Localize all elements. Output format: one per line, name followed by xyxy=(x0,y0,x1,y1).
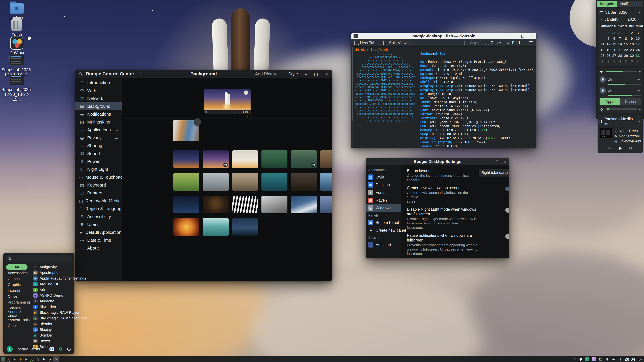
new-tab-button[interactable]: New Tab xyxy=(354,40,376,45)
app-list-item[interactable]: ♪ Audacity xyxy=(33,298,88,304)
app-category[interactable]: Accessories xyxy=(6,270,32,276)
settings-sidebar-item[interactable]: F Fonts xyxy=(366,189,401,196)
diamond-tray-icon[interactable] xyxy=(592,357,596,361)
previous-track-icon[interactable] xyxy=(608,146,612,150)
tab-devices[interactable]: Devices xyxy=(620,98,641,105)
app-category[interactable]: All xyxy=(6,264,28,270)
sidebar-item[interactable]: ◉ Notifications → xyxy=(75,110,122,118)
calendar-day[interactable]: 5 xyxy=(606,36,611,41)
calendar-day[interactable]: 7 xyxy=(617,36,623,41)
bluetooth-icon[interactable] xyxy=(618,358,622,361)
taskbar-app-button[interactable]: ▚ • • xyxy=(35,357,41,362)
calendar-day[interactable]: 11 xyxy=(600,42,606,47)
calendar-day[interactable]: 2 xyxy=(629,30,635,35)
calendar-day[interactable]: 15 xyxy=(623,42,629,47)
calendar-day[interactable]: 24 xyxy=(635,47,641,52)
calendar-day[interactable]: 6 xyxy=(611,36,617,41)
app-list-item[interactable]: ▣ Boxes xyxy=(33,338,88,344)
paste-button[interactable]: Paste xyxy=(485,40,501,45)
terminal-body[interactable]: 20:01 › fastfetch .',;::::;,'. .';:ccccc… xyxy=(351,46,536,148)
wallpaper-thumbnail[interactable] xyxy=(291,196,317,213)
calendar-day[interactable]: 31 xyxy=(617,30,623,35)
wallpaper-thumbnail[interactable] xyxy=(174,173,200,191)
app-list-item[interactable]: ◉ Blender xyxy=(33,321,88,327)
button-layout-dropdown[interactable]: Right (standard) ▾ xyxy=(479,169,509,176)
master-volume-slider[interactable] xyxy=(606,71,637,72)
pause-notifications-toggle[interactable] xyxy=(505,235,509,238)
calendar-day[interactable]: 12 xyxy=(606,42,611,47)
scrollbar[interactable] xyxy=(352,47,353,147)
logout-icon[interactable] xyxy=(638,357,642,361)
search-icon[interactable] xyxy=(79,72,83,76)
sidebar-item[interactable]: ◠ Wi-Fi → xyxy=(75,87,122,94)
wallpaper-thumbnail[interactable] xyxy=(203,218,229,236)
calendar-day[interactable]: 30 xyxy=(629,53,635,58)
wallpaper-thumbnail[interactable] xyxy=(320,173,332,191)
next-month-button[interactable]: › xyxy=(618,17,623,22)
calendar-day[interactable]: 4 xyxy=(600,36,606,41)
calendar-day[interactable]: 20 xyxy=(611,47,617,52)
wallpaper-thumbnail[interactable] xyxy=(174,196,200,213)
tab-apps[interactable]: Apps xyxy=(600,98,620,105)
sidebar-item[interactable]: ◫ Removable Media → xyxy=(75,197,122,205)
calendar-day[interactable]: 1 xyxy=(623,30,629,35)
speaker-icon[interactable] xyxy=(637,89,641,92)
calendar-day[interactable]: 29 xyxy=(623,53,629,58)
settings-sidebar-item[interactable]: ▦ Raven xyxy=(366,196,401,204)
taskbar-app-button[interactable]: ⚙ xyxy=(53,357,59,362)
taskbar-app-button[interactable]: ∿ • xyxy=(47,357,53,362)
calendar-day[interactable]: 10 xyxy=(635,36,641,41)
preview-more-dots[interactable]: • • • xyxy=(246,115,256,119)
clock[interactable]: 20:04 xyxy=(624,357,635,362)
tab-notifications[interactable]: Notifications xyxy=(617,1,643,7)
app-category[interactable]: Programming xyxy=(6,299,32,305)
close-button[interactable]: × xyxy=(531,34,534,38)
prev-year-button[interactable]: ‹ xyxy=(623,17,628,22)
wallpaper-thumbnail[interactable] xyxy=(232,173,258,191)
sidebar-item[interactable]: ⊚ Users → xyxy=(75,221,122,228)
desktop-icon-snapshot-2[interactable]: Snapshot_2025- 12-30_18-22-15... xyxy=(2,74,32,102)
app-list-item[interactable]: ◀ Bluejay xyxy=(33,327,88,333)
calendar-day[interactable]: 7 xyxy=(635,59,641,64)
wallpaper-thumbnail[interactable] xyxy=(291,173,317,191)
sidebar-item[interactable]: ▤ Keyboard → xyxy=(75,181,122,189)
app-list-item[interactable]: ▶ Bomber xyxy=(33,333,88,338)
app-category[interactable]: Internet xyxy=(6,288,32,294)
app-category[interactable]: Other xyxy=(6,323,32,329)
calendar-day[interactable]: 22 xyxy=(623,47,629,52)
close-button[interactable]: × xyxy=(504,160,507,163)
user-avatar[interactable] xyxy=(7,346,13,352)
wallpaper-thumbnail[interactable] xyxy=(291,150,317,168)
sidebar-item[interactable]: ♬ Sound → xyxy=(75,150,122,158)
gear-icon[interactable]: ⚙ xyxy=(58,347,62,352)
app-list-item[interactable]: ◆ Bitwarden xyxy=(33,304,88,310)
calendar-day[interactable]: 5 xyxy=(623,59,629,64)
calendar-day[interactable]: 4 xyxy=(617,59,623,64)
ethernet-icon[interactable] xyxy=(599,357,603,361)
speaker-icon[interactable] xyxy=(637,78,641,81)
app-category[interactable]: Office xyxy=(6,294,32,299)
calendar-day[interactable]: 19 xyxy=(606,47,611,52)
calendar-day[interactable]: 8 xyxy=(623,36,629,41)
app-list-item[interactable]: Λ Antigravity xyxy=(33,264,88,270)
app-search-input[interactable] xyxy=(6,255,72,263)
squiggle-tray-icon[interactable]: ∿ xyxy=(574,357,576,361)
calendar-day[interactable]: 3 xyxy=(635,30,641,35)
sidebar-item[interactable]: ⓘ About → xyxy=(75,244,122,252)
current-wallpaper-preview[interactable]: 20:04 xyxy=(204,89,250,114)
maximize-button[interactable]: □ xyxy=(496,160,499,163)
sidebar-item[interactable]: ◎ Privacy → xyxy=(75,134,122,142)
sidebar-item[interactable]: ⊞ Applications → xyxy=(75,126,122,134)
find-button[interactable]: Find... xyxy=(507,40,523,45)
taskbar-app-button[interactable]: ◎ • • xyxy=(6,357,12,362)
sync-tray-icon[interactable]: ↻ xyxy=(585,357,589,361)
settings-sidebar-item[interactable]: ▬ Bottom Panel xyxy=(366,219,401,226)
taskbar-app-button[interactable]: ▰ xyxy=(12,357,18,362)
chevron-down-icon[interactable]: ▾ xyxy=(639,70,641,74)
app-list-item[interactable]: ◈ ASHPD Demo xyxy=(33,293,88,298)
sidebar-item[interactable]: ∴ Sharing → xyxy=(75,142,122,150)
calendar-day[interactable]: 25 xyxy=(600,53,606,58)
calendar-day[interactable]: 6 xyxy=(629,59,635,64)
wallpaper-thumbnail[interactable] xyxy=(232,150,258,168)
wallpaper-thumbnail[interactable] xyxy=(232,196,258,213)
